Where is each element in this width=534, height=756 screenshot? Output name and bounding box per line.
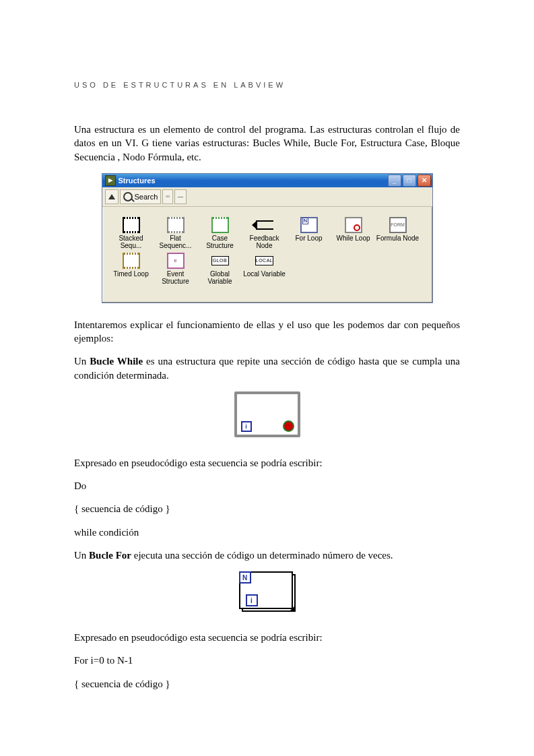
palette-label: Local Variable xyxy=(243,270,286,278)
labview-icon: ▶ xyxy=(105,175,116,186)
palette-stacked-sequence[interactable]: Stacked Sequ... xyxy=(109,218,154,249)
paragraph-pseudo-intro-1: Expresado en pseudocódigo esta secuencia… xyxy=(74,456,460,470)
view-button[interactable]: ▫▫ xyxy=(162,189,173,204)
search-button[interactable]: Search xyxy=(120,189,162,204)
palette-case-structure[interactable]: Case Structure xyxy=(198,218,242,249)
paragraph-for-def: Un Bucle For ejecuta una sección de códi… xyxy=(74,548,460,562)
palette-flat-sequence[interactable]: Flat Sequenc... xyxy=(154,218,198,249)
window-title: Structures xyxy=(119,177,387,185)
code-do: Do xyxy=(74,479,460,493)
text-bold-for: Bucle For xyxy=(89,550,131,561)
paragraph-explain: Intentaremos explicar el funcionamiento … xyxy=(74,318,460,346)
arrow-up-icon xyxy=(108,194,115,199)
text-bold-while: Bucle While xyxy=(90,356,143,367)
palette-label: For Loop xyxy=(295,234,322,242)
code-body-1: { secuencia de código } xyxy=(74,502,460,515)
global-variable-icon: GLOB xyxy=(211,256,229,265)
page-header: USO DE ESTRUCTURAS EN LABVIEW xyxy=(74,81,460,89)
for-loop-icon xyxy=(300,217,318,233)
window-toolbar: Search ▫▫ — xyxy=(102,187,432,207)
maximize-button[interactable]: □ xyxy=(403,175,416,187)
iteration-terminal-icon: i xyxy=(246,594,258,606)
text-prefix: Un xyxy=(74,550,89,561)
paragraph-intro: Una estructura es un elemento de control… xyxy=(74,123,460,164)
search-label: Search xyxy=(135,193,158,201)
stop-terminal-icon xyxy=(283,420,294,432)
formula-node-icon: FORM xyxy=(389,217,407,233)
flat-sequence-icon xyxy=(167,217,185,233)
stacked-sequence-icon xyxy=(123,217,140,233)
case-structure-icon xyxy=(211,217,229,233)
palette-label: Timed Loop xyxy=(113,270,148,278)
count-terminal-icon: N xyxy=(239,571,251,584)
palette-while-loop[interactable]: While Loop xyxy=(331,218,376,249)
palette-global-variable[interactable]: GLOB Global Variable xyxy=(198,253,242,285)
palette-label: Formula Node xyxy=(376,234,419,242)
palette-label: Flat Sequenc... xyxy=(154,234,198,249)
up-button[interactable] xyxy=(105,189,119,204)
palette-local-variable[interactable]: LOCAL Local Variable xyxy=(242,253,287,285)
local-variable-icon: LOCAL xyxy=(255,256,273,265)
palette-label: While Loop xyxy=(336,234,370,242)
while-loop-figure: i xyxy=(234,391,300,437)
corner-fold-icon xyxy=(289,605,296,612)
document-page: USO DE ESTRUCTURAS EN LABVIEW Una estruc… xyxy=(0,0,534,741)
palette-formula-node[interactable]: FORM Formula Node xyxy=(376,218,420,249)
for-loop-figure: N i xyxy=(239,571,296,612)
structures-window: ▶ Structures _ □ ✕ Search ▫▫ — Stacked S… xyxy=(102,173,433,303)
event-structure-icon: e xyxy=(167,253,185,269)
palette-label: Feedback Node xyxy=(242,234,287,249)
palette-label: Event Structure xyxy=(154,270,198,285)
close-button[interactable]: ✕ xyxy=(418,175,431,187)
feedback-node-icon xyxy=(256,220,273,230)
palette-label: Global Variable xyxy=(198,270,242,285)
code-while: while condición xyxy=(74,526,460,539)
timed-loop-icon xyxy=(123,253,140,269)
code-body-2: { secuencia de código } xyxy=(74,677,460,691)
palette-feedback-node[interactable]: Feedback Node xyxy=(242,218,287,249)
paragraph-while-def: Un Bucle While es una estructura que rep… xyxy=(74,354,460,382)
iteration-terminal-icon: i xyxy=(241,421,252,432)
code-for: For i=0 to N-1 xyxy=(74,654,460,667)
palette-grid: Stacked Sequ... Flat Sequenc... Case Str… xyxy=(102,207,432,303)
options-button[interactable]: — xyxy=(174,189,187,204)
palette-event-structure[interactable]: e Event Structure xyxy=(154,253,198,285)
minimize-button[interactable]: _ xyxy=(388,175,401,187)
text-prefix: Un xyxy=(74,356,90,367)
while-loop-icon xyxy=(345,217,362,233)
palette-for-loop[interactable]: For Loop xyxy=(287,218,331,249)
palette-label: Case Structure xyxy=(198,234,242,249)
paragraph-pseudo-intro-2: Expresado en pseudocódigo esta secuencia… xyxy=(74,631,460,644)
text-suffix: ejecuta una sección de código un determi… xyxy=(131,550,393,561)
palette-timed-loop[interactable]: Timed Loop xyxy=(109,253,154,285)
search-icon xyxy=(123,192,133,201)
window-titlebar: ▶ Structures _ □ ✕ xyxy=(102,174,432,187)
palette-label: Stacked Sequ... xyxy=(109,234,154,249)
